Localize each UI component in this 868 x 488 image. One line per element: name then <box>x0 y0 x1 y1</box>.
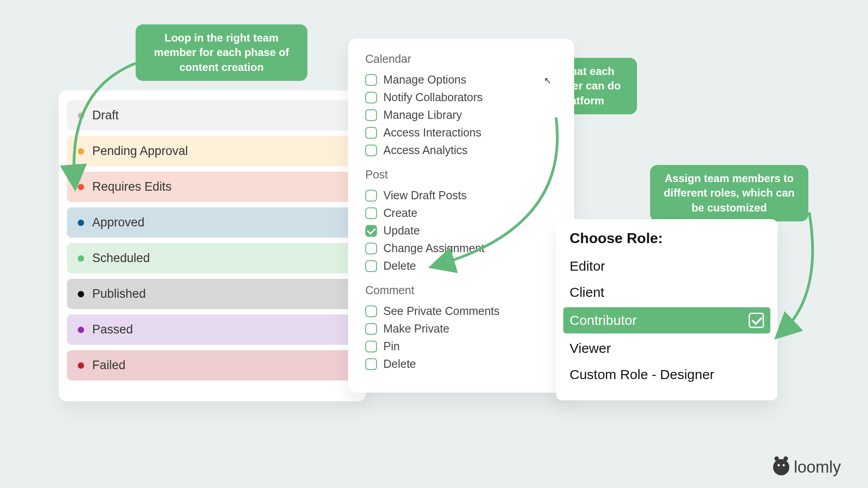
role-item-contributor[interactable]: Contributor <box>563 307 770 333</box>
permission-label: Change Assignment <box>383 242 485 255</box>
permission-label: Notify Collaborators <box>383 91 483 104</box>
role-item-label: Editor <box>570 258 605 273</box>
callout-left: Loop in the right team member for each p… <box>136 24 307 81</box>
callout-right: Assign team members to different roles, … <box>650 165 808 221</box>
permission-item: Create <box>365 204 557 222</box>
status-row-passed[interactable]: Passed <box>67 314 358 345</box>
status-row-label: Approved <box>92 216 145 230</box>
permission-item: Manage Options↖ <box>365 71 557 89</box>
permission-label: Access Interactions <box>383 126 481 139</box>
permission-checkbox[interactable] <box>365 225 377 237</box>
permission-item: Notify Collaborators <box>365 89 557 106</box>
role-panel-title: Choose Role: <box>563 230 770 253</box>
permission-checkbox[interactable] <box>365 243 377 254</box>
status-row-approved[interactable]: Approved <box>67 207 358 238</box>
role-item-client[interactable]: Client <box>563 279 770 305</box>
permission-checkbox[interactable] <box>365 260 377 272</box>
permission-checkbox[interactable] <box>365 92 377 103</box>
status-dot-icon <box>78 327 84 333</box>
status-dot-icon <box>78 220 84 226</box>
role-panel: Choose Role: EditorClientContributorView… <box>556 219 778 400</box>
role-item-custom-role-designer[interactable]: Custom Role - Designer <box>563 361 770 388</box>
role-item-label: Viewer <box>570 341 611 356</box>
permissions-panel: CalendarManage Options↖Notify Collaborat… <box>348 39 574 393</box>
status-row-label: Requires Edits <box>92 180 172 194</box>
permission-label: See Private Comments <box>383 305 500 318</box>
status-row-draft[interactable]: Draft <box>67 100 358 131</box>
status-dot-icon <box>78 113 84 119</box>
permission-item: Delete <box>365 257 557 275</box>
role-item-editor[interactable]: Editor <box>563 253 770 279</box>
checkmark-icon <box>749 313 764 328</box>
role-item-label: Custom Role - Designer <box>570 367 714 382</box>
permission-checkbox[interactable] <box>365 358 377 370</box>
permission-label: Pin <box>383 340 400 353</box>
permission-label: Update <box>383 224 420 237</box>
status-row-label: Pending Approval <box>92 144 188 158</box>
status-dot-icon <box>78 291 84 297</box>
permission-checkbox[interactable] <box>365 190 377 202</box>
status-row-label: Draft <box>92 108 119 122</box>
permission-checkbox[interactable] <box>365 145 377 156</box>
brand-logo-text: loomly <box>794 458 841 477</box>
brand-logo: loomly <box>773 458 841 477</box>
role-item-viewer[interactable]: Viewer <box>563 335 770 361</box>
permission-checkbox[interactable] <box>365 74 377 86</box>
status-row-label: Published <box>92 287 146 301</box>
permission-item: Delete <box>365 355 557 373</box>
permission-label: Access Analytics <box>383 144 467 157</box>
status-panel: DraftPending ApprovalRequires EditsAppro… <box>59 90 366 401</box>
status-row-label: Passed <box>92 323 133 337</box>
permissions-section-post: Post <box>365 168 557 181</box>
permission-item: See Private Comments <box>365 302 557 320</box>
permission-item: Update <box>365 222 557 239</box>
permission-label: Manage Library <box>383 108 462 122</box>
permission-item: Access Analytics <box>365 141 557 159</box>
permission-label: Make Private <box>383 322 449 335</box>
brand-logo-icon <box>773 459 789 475</box>
permission-checkbox[interactable] <box>365 323 377 335</box>
status-dot-icon <box>78 148 84 155</box>
permission-checkbox[interactable] <box>365 127 377 139</box>
cursor-icon: ↖ <box>544 75 552 85</box>
permission-item: View Draft Posts <box>365 187 557 204</box>
permission-label: Delete <box>383 259 416 272</box>
permission-item: Manage Library <box>365 106 557 124</box>
status-row-requires-edits[interactable]: Requires Edits <box>67 172 358 202</box>
status-dot-icon <box>78 184 84 190</box>
permission-item: Access Interactions <box>365 124 557 141</box>
status-row-scheduled[interactable]: Scheduled <box>67 243 358 273</box>
permission-checkbox[interactable] <box>365 207 377 219</box>
status-row-published[interactable]: Published <box>67 279 358 309</box>
status-dot-icon <box>78 362 84 369</box>
permission-item: Pin <box>365 338 557 355</box>
status-dot-icon <box>78 255 84 262</box>
permission-item: Change Assignment <box>365 239 557 257</box>
permission-checkbox[interactable] <box>365 305 377 317</box>
status-row-label: Failed <box>92 358 126 372</box>
status-row-failed[interactable]: Failed <box>67 350 358 380</box>
permission-label: View Draft Posts <box>383 189 467 202</box>
permissions-section-calendar: Calendar <box>365 52 557 66</box>
status-row-pending-approval[interactable]: Pending Approval <box>67 136 358 166</box>
permissions-section-comment: Comment <box>365 284 557 297</box>
permission-label: Manage Options↖ <box>383 73 466 86</box>
role-item-label: Client <box>570 285 604 300</box>
permission-checkbox[interactable] <box>365 341 377 352</box>
permission-label: Create <box>383 206 417 220</box>
role-item-label: Contributor <box>570 313 637 328</box>
permission-checkbox[interactable] <box>365 109 377 121</box>
status-row-label: Scheduled <box>92 251 150 265</box>
permission-item: Make Private <box>365 320 557 338</box>
permission-label: Delete <box>383 357 416 371</box>
